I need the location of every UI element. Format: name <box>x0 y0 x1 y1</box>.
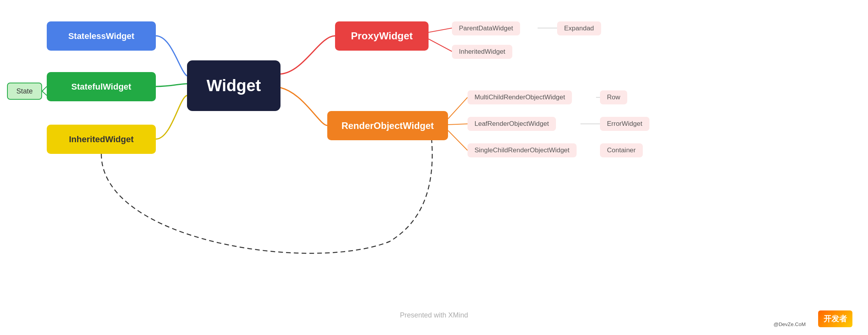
stateless-label: StatelessWidget <box>68 31 134 41</box>
container-label: Container <box>607 146 636 154</box>
error-widget-node: ErrorWidget <box>600 117 649 131</box>
widget-node: Widget <box>187 60 281 111</box>
row-node: Row <box>600 90 627 104</box>
proxy-node: ProxyWidget <box>335 21 429 51</box>
inherited-left-node: InheritedWidget <box>47 125 156 154</box>
diagram-container: Widget StatelessWidget StatefulWidget In… <box>0 0 868 335</box>
proxy-label: ProxyWidget <box>351 30 413 42</box>
stateless-node: StatelessWidget <box>47 21 156 51</box>
inherited-right-node: InheritedWidget <box>452 45 512 59</box>
error-widget-label: ErrorWidget <box>607 120 642 128</box>
multi-child-label: MultiChildRenderObjectWidget <box>475 93 565 101</box>
render-label: RenderObjectWidget <box>341 120 434 131</box>
svg-line-3 <box>429 39 452 51</box>
parent-data-label: ParentDataWidget <box>459 25 513 32</box>
stateful-node: StatefulWidget <box>47 72 156 101</box>
container-node: Container <box>600 143 643 157</box>
state-node: State <box>7 83 42 100</box>
svg-line-0 <box>42 86 47 91</box>
single-child-label: SingleChildRenderObjectWidget <box>475 146 570 154</box>
svg-line-7 <box>448 130 468 150</box>
stateful-label: StatefulWidget <box>71 82 131 92</box>
widget-label: Widget <box>206 76 261 95</box>
watermark: 开发者 <box>818 310 852 327</box>
leaf-render-node: LeafRenderObjectWidget <box>468 117 556 131</box>
expandad-label: Expandad <box>564 25 594 32</box>
parent-data-node: ParentDataWidget <box>452 21 520 35</box>
footer-text: Presented with XMind <box>400 311 468 319</box>
svg-line-5 <box>448 97 468 119</box>
inherited-left-label: InheritedWidget <box>69 134 134 145</box>
svg-line-2 <box>429 28 452 32</box>
row-label: Row <box>607 93 620 101</box>
watermark-sub: @DevZe.CoM <box>773 321 806 327</box>
state-label: State <box>16 87 33 95</box>
svg-line-6 <box>448 124 468 125</box>
svg-line-1 <box>42 91 47 95</box>
expandad-node: Expandad <box>557 21 601 35</box>
multi-child-node: MultiChildRenderObjectWidget <box>468 90 572 104</box>
single-child-node: SingleChildRenderObjectWidget <box>468 143 577 157</box>
render-node: RenderObjectWidget <box>327 111 448 140</box>
leaf-render-label: LeafRenderObjectWidget <box>475 120 549 128</box>
inherited-right-label: InheritedWidget <box>459 48 505 56</box>
